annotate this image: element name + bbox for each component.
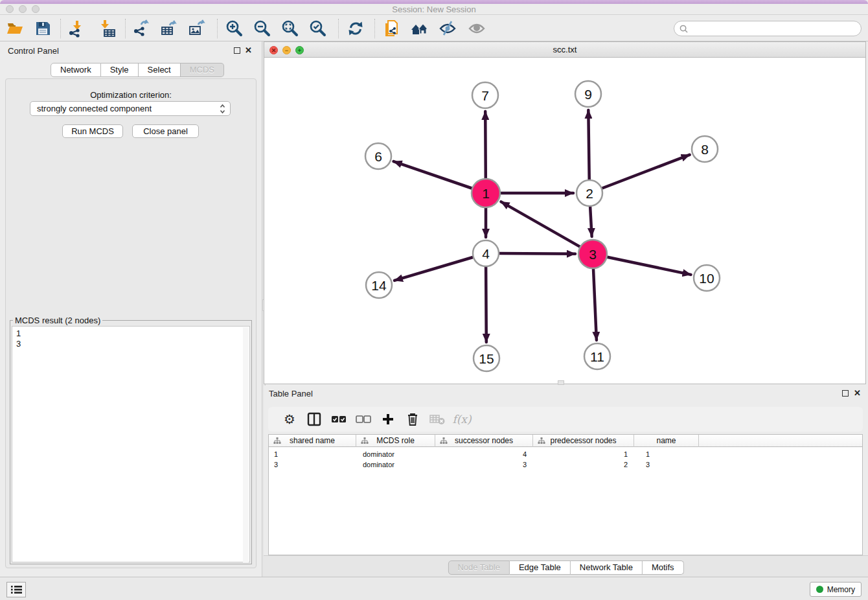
close-table-panel-icon[interactable]: ✕	[854, 388, 861, 398]
task-history-button[interactable]	[6, 582, 26, 597]
search-field[interactable]	[674, 21, 862, 36]
cell-shared-name[interactable]: 1	[274, 449, 278, 459]
clone-network-icon[interactable]	[381, 18, 403, 39]
column-header-mcds-role[interactable]: MCDS role	[356, 435, 435, 447]
import-network-icon[interactable]	[65, 18, 87, 39]
tab-node-table[interactable]: Node Table	[448, 560, 510, 575]
graph-node-label: 6	[374, 149, 382, 164]
tab-network-table[interactable]: Network Table	[571, 560, 643, 575]
function-builder-icon[interactable]: f(x)	[450, 410, 474, 429]
close-window-button[interactable]	[6, 5, 14, 13]
mcds-result-item[interactable]: 3	[16, 339, 249, 349]
select-all-icon[interactable]	[326, 410, 351, 429]
tab-mcds[interactable]: MCDS	[181, 63, 224, 77]
import-table-icon[interactable]	[97, 18, 119, 39]
scrollbar-track[interactable]	[243, 327, 249, 562]
graph-node-label: 4	[482, 246, 490, 261]
column-header-name[interactable]: name	[634, 435, 699, 447]
graph-edge[interactable]	[593, 269, 597, 340]
table-panel: Table Panel ✕ ⚙ f(x) shared name	[264, 386, 868, 577]
task-list-icon	[11, 585, 22, 594]
table-tabs: Node Table Edge Table Network Table Moti…	[448, 560, 683, 575]
graph-edge[interactable]	[394, 257, 473, 281]
graph-edge[interactable]	[394, 161, 472, 188]
graph-node-label: 1	[482, 186, 490, 201]
cell-mcds-role[interactable]: dominator	[363, 459, 394, 470]
hierarchy-icon	[273, 437, 281, 444]
control-panel-title: Control Panel	[8, 46, 59, 56]
control-panel: Control Panel ✕ Network Style Select MCD…	[0, 41, 262, 577]
cell-successor-nodes[interactable]: 4	[435, 449, 527, 459]
cell-successor-nodes[interactable]: 3	[435, 459, 527, 470]
search-input	[691, 24, 861, 33]
close-panel-icon[interactable]: ✕	[245, 45, 252, 55]
node-table: shared name MCDS role successor nodes pr…	[268, 434, 863, 555]
open-session-icon[interactable]	[4, 18, 26, 39]
network-close-button[interactable]: ✕	[269, 46, 278, 54]
show-all-icon[interactable]	[466, 18, 488, 39]
show-columns-icon[interactable]	[302, 410, 326, 429]
graph-edge[interactable]	[590, 207, 592, 237]
cell-name[interactable]: 3	[646, 459, 650, 470]
zoom-window-button[interactable]	[32, 5, 40, 13]
hide-selected-icon[interactable]	[437, 18, 459, 39]
float-panel-icon[interactable]	[234, 47, 240, 54]
run-mcds-button[interactable]: Run MCDS	[62, 124, 123, 138]
graph-edge[interactable]	[501, 202, 580, 246]
hierarchy-icon	[440, 437, 448, 444]
export-table-icon[interactable]	[158, 18, 180, 39]
table-row[interactable]: 1 dominator 4 1 1	[269, 449, 862, 459]
cell-predecessor-nodes[interactable]: 1	[533, 449, 628, 459]
zoom-in-icon[interactable]	[223, 18, 246, 39]
memory-button[interactable]: Memory	[810, 582, 862, 597]
table-options-icon[interactable]: ⚙	[277, 410, 302, 429]
refresh-icon[interactable]	[345, 18, 367, 39]
tab-edge-table[interactable]: Edge Table	[510, 560, 571, 575]
mcds-result-list[interactable]: 1 3	[12, 326, 250, 562]
deselect-all-icon[interactable]	[351, 410, 376, 429]
graph-edge[interactable]	[608, 257, 691, 275]
tab-select[interactable]: Select	[139, 63, 181, 77]
graph-edge[interactable]	[486, 267, 486, 342]
horizontal-splitter-handle[interactable]	[558, 380, 564, 385]
criterion-dropdown[interactable]: strongly connected component	[30, 101, 231, 116]
column-header-shared-name[interactable]: shared name	[269, 435, 356, 447]
zoom-out-icon[interactable]	[251, 18, 273, 39]
titlebar: Session: New Session	[0, 4, 868, 15]
export-network-icon[interactable]	[130, 18, 152, 39]
hierarchy-icon	[538, 437, 545, 444]
graph-edge[interactable]	[499, 253, 575, 254]
save-session-icon[interactable]	[32, 18, 54, 39]
column-header-predecessor-nodes[interactable]: predecessor nodes	[533, 435, 634, 447]
delete-column-icon[interactable]	[400, 410, 425, 429]
cell-name[interactable]: 1	[646, 449, 650, 459]
delete-table-icon[interactable]	[425, 410, 450, 429]
export-image-icon[interactable]	[186, 18, 208, 39]
network-graph[interactable]: 1234678910111415	[264, 58, 865, 384]
close-panel-button[interactable]: Close panel	[132, 124, 199, 138]
network-minimize-button[interactable]: −	[282, 46, 291, 54]
graph-edge[interactable]	[485, 111, 486, 178]
cell-predecessor-nodes[interactable]: 2	[533, 459, 628, 470]
cell-mcds-role[interactable]: dominator	[363, 449, 394, 459]
tab-motifs[interactable]: Motifs	[643, 560, 684, 575]
first-neighbors-icon[interactable]	[409, 18, 431, 39]
cell-shared-name[interactable]: 3	[274, 459, 278, 470]
tab-network[interactable]: Network	[51, 63, 101, 77]
minimize-window-button[interactable]	[19, 5, 27, 13]
graph-edge[interactable]	[602, 155, 690, 189]
zoom-selected-icon[interactable]	[307, 18, 329, 39]
graph-edge[interactable]	[588, 110, 589, 179]
graph-node-label: 15	[479, 351, 494, 366]
network-window-titlebar[interactable]: ✕ − + scc.txt	[264, 42, 865, 58]
float-table-panel-icon[interactable]	[842, 390, 849, 397]
table-row[interactable]: 3 dominator 3 2 3	[269, 459, 862, 470]
add-column-icon[interactable]	[376, 410, 400, 429]
network-maximize-button[interactable]: +	[295, 46, 304, 54]
zoom-fit-icon[interactable]	[279, 18, 301, 39]
optimization-criterion-label: Optimization criterion:	[6, 90, 256, 100]
table-header-row: shared name MCDS role successor nodes pr…	[269, 435, 862, 447]
tab-style[interactable]: Style	[101, 63, 139, 77]
mcds-result-item[interactable]: 1	[16, 329, 249, 339]
column-header-successor-nodes[interactable]: successor nodes	[435, 435, 533, 447]
